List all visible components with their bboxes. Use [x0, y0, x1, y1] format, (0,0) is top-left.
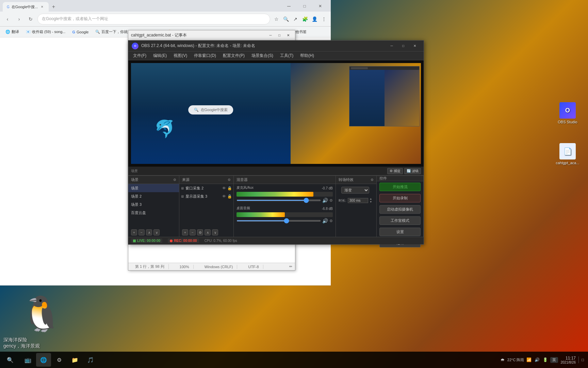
obs-menu-scenecollection[interactable]: 场景集合(S) [248, 52, 277, 59]
extensions-icon[interactable]: 🧩 [301, 15, 309, 23]
obs-transitions-duration-down[interactable]: ▼ [370, 201, 372, 203]
obs-scene-item-4[interactable]: 百度云盘 [128, 209, 179, 217]
taskbar-item-chrome[interactable]: 🌐 [36, 353, 51, 367]
taskbar-item-search[interactable]: 🔍 [3, 353, 18, 367]
obs-mixer-ch1-settings-icon[interactable]: ⚙ [329, 198, 333, 203]
obs-menu-view[interactable]: 视图(V) [170, 52, 191, 59]
obs-mixer-ch2-fader[interactable] [236, 220, 321, 221]
share-icon[interactable]: ↗ [291, 15, 299, 23]
obs-source-1-lock-icon[interactable]: 🔒 [227, 186, 232, 190]
notepad-title-bar[interactable]: cahtgpt_academic.bat - 记事本 ─ □ ✕ [128, 30, 295, 41]
obs-scene-item-3[interactable]: 场景 3 [128, 200, 179, 209]
taskbar-files-icon: 📁 [71, 356, 79, 364]
obs-status-rec: REC: 00:00:00 [168, 239, 199, 243]
tray-weather-text: 22°C 阵雨 [507, 357, 524, 363]
obs-mixer-channel-1: 麦克风/Aux -0.7 dB 🔊 ⚙ [234, 184, 336, 204]
obs-sources-settings-icon[interactable]: ⚙ [228, 178, 231, 182]
bookmark-translate[interactable]: 🌐 翻译 [3, 29, 22, 35]
obs-source-up-button[interactable]: ∧ [205, 229, 211, 235]
tab-close-button[interactable]: ✕ [40, 4, 45, 9]
obs-source-settings-button[interactable]: ⚙ [197, 229, 203, 235]
obs-source-item-2[interactable]: 🖥 显示器采集 3 👁 🔒 [179, 192, 233, 200]
obs-transitions-duration-input[interactable] [348, 198, 368, 203]
obs-maximize-button[interactable]: □ [398, 42, 409, 50]
obs-source-down-button[interactable]: ∨ [212, 229, 218, 235]
obs-scene-down-button[interactable]: ∨ [153, 229, 160, 235]
obs-menu-profile[interactable]: 配置文件(P) [219, 52, 248, 59]
obs-mixer-ch1-fader[interactable] [236, 200, 321, 201]
obs-scenes-panel: 场景 ⚙ 场景 场景 2 场景 3 百度云盘 + − ∧ ∨ [128, 176, 179, 237]
obs-mixer-ch2-db: -6.8 dB [322, 207, 333, 211]
bookmark-google[interactable]: G Google [69, 29, 91, 35]
address-input[interactable]: 在Google中搜索，或者输入一个网址 [37, 14, 270, 25]
obs-scene-item-1[interactable]: 场景 [128, 184, 179, 192]
obs-mixer-ch1-mute-icon[interactable]: 🔊 [322, 198, 328, 203]
browser-tab-active[interactable]: G 在Google中搜... ✕ [3, 2, 49, 12]
new-tab-button[interactable]: + [49, 2, 58, 12]
obs-scene-remove-button[interactable]: − [138, 229, 145, 235]
taskbar-item-music[interactable]: 🎵 [83, 353, 98, 367]
obs-close-button[interactable]: ✕ [409, 42, 420, 50]
desktop-icon-obs[interactable]: O OBS Studio [554, 102, 581, 124]
obs-menu-tools[interactable]: 工具(T) [277, 52, 297, 59]
tray-ime-indicator[interactable]: 英 [550, 357, 558, 363]
desktop-text-line2: gency，海洋景观 [3, 343, 40, 349]
bookmark-email[interactable]: 📧 收件箱 (59) - song... [23, 29, 68, 35]
refresh-button[interactable]: ↻ [26, 14, 35, 24]
tray-show-desktop-icon[interactable]: □ [578, 356, 585, 363]
taskbar-item-files[interactable]: 📁 [67, 353, 82, 367]
taskbar-item-settings[interactable]: ⚙ [52, 353, 67, 367]
obs-menu-docks[interactable]: 停靠窗口(D) [191, 52, 219, 59]
obs-minimize-button[interactable]: ─ [386, 42, 397, 50]
obs-menu-help[interactable]: 帮助(H) [297, 52, 317, 59]
obs-scene-up-button[interactable]: ∧ [146, 229, 152, 235]
forward-button[interactable]: › [14, 14, 24, 24]
obs-scene-add-button[interactable]: + [131, 229, 137, 235]
notepad-minimize-button[interactable]: ─ [266, 32, 275, 39]
obs-source-remove-button[interactable]: − [190, 229, 196, 235]
obs-title-left: O OBS 27.2.4 (64-bit, windows) - 配置文件: 未… [132, 43, 255, 49]
obs-transitions-settings-icon[interactable]: ⚙ [371, 178, 374, 182]
obs-transitions-duration-up[interactable]: ▲ [370, 198, 372, 200]
obs-source-2-lock-icon[interactable]: 🔒 [227, 194, 232, 199]
profile-icon[interactable]: 👤 [310, 15, 318, 23]
obs-studio-mode-button[interactable]: 工作室模式 [379, 216, 421, 225]
obs-menu-file[interactable]: 文件(F) [130, 52, 150, 59]
tray-weather-icon[interactable]: 🌧 [499, 356, 506, 363]
obs-start-record-button[interactable]: 开始录制 [379, 194, 421, 202]
tray-battery-icon[interactable]: 🔋 [542, 356, 549, 363]
obs-transitions-type-select[interactable]: 渐变 [341, 187, 369, 194]
obs-window: O OBS 27.2.4 (64-bit, windows) - 配置文件: 未… [128, 40, 424, 245]
obs-source-1-visibility-icon[interactable]: 👁 [222, 186, 226, 190]
menu-icon[interactable]: ⋮ [320, 15, 328, 23]
browser-close-button[interactable]: ✕ [312, 1, 328, 12]
system-clock[interactable]: 11:17 2021/8/26 [561, 356, 576, 364]
obs-filter-button[interactable]: 🔄 滤镜 [404, 168, 421, 174]
obs-title-bar[interactable]: O OBS 27.2.4 (64-bit, windows) - 配置文件: 未… [128, 41, 424, 51]
obs-mixer-ch2-mute-icon[interactable]: 🔊 [322, 218, 328, 224]
obs-scenes-title: 场景 [131, 177, 138, 182]
obs-mixer-ch2-settings-icon[interactable]: ⚙ [329, 219, 333, 223]
tray-network-icon[interactable]: 📶 [526, 356, 533, 363]
obs-menu-edit[interactable]: 编辑(E) [150, 52, 170, 59]
obs-freeze-button[interactable]: ⚙ 捕捉 [387, 168, 403, 174]
notepad-close-button[interactable]: ✕ [284, 32, 292, 39]
obs-source-item-1[interactable]: 🖥 窗口采集 2 👁 🔒 [179, 184, 233, 192]
obs-source-add-button[interactable]: + [182, 229, 188, 235]
browser-minimize-button[interactable]: ─ [281, 1, 297, 12]
tray-volume-icon[interactable]: 🔊 [534, 356, 541, 363]
lens-icon[interactable]: 🔍 [282, 15, 290, 23]
taskbar-item-media[interactable]: 📺 [20, 353, 35, 367]
obs-virtual-camera-button[interactable]: 启动虚拟摄像机 [379, 205, 421, 214]
obs-source-2-visibility-icon[interactable]: 👁 [222, 194, 226, 198]
obs-scene-item-2[interactable]: 场景 2 [128, 192, 179, 200]
obs-settings-button[interactable]: 设置 [379, 228, 421, 236]
obs-scenes-settings-icon[interactable]: ⚙ [173, 178, 176, 182]
browser-maximize-button[interactable]: □ [297, 1, 312, 12]
notepad-maximize-button[interactable]: □ [275, 32, 283, 39]
back-button[interactable]: ‹ [3, 14, 12, 24]
obs-sources-panel: 来源 ⚙ 🖥 窗口采集 2 👁 🔒 🖥 显示器采集 3 👁 🔒 + − [179, 176, 234, 237]
desktop-icon-file[interactable]: 📄 cahtgpt_aca... [554, 143, 581, 165]
obs-start-stream-button[interactable]: 开始推流 [379, 183, 421, 191]
bookmark-star-icon[interactable]: ☆ [272, 15, 280, 23]
